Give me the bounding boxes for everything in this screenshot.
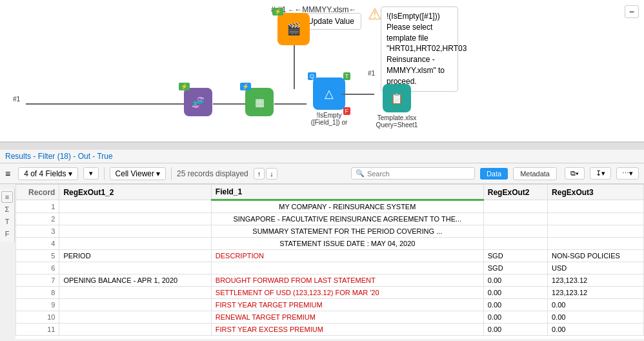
cell-regexout1-2 [59, 287, 211, 299]
search-box[interactable]: 🔍 [351, 167, 475, 180]
download-button[interactable]: ↧▾ [590, 167, 611, 180]
sort-down-button[interactable]: ▾ [83, 167, 99, 180]
cell-record: 6 [16, 262, 59, 274]
cell-regexout2: 0.00 [483, 311, 547, 324]
col-header-regexout3: RegExOut3 [548, 185, 644, 200]
cell-viewer-button[interactable]: Cell Viewer ▾ [110, 167, 166, 180]
cell-regexout2 [483, 238, 547, 250]
cell-field1: DESCRIPTION [211, 250, 483, 262]
table-row: 4STATEMENT ISSUE DATE : MAY 04, 2020 [16, 238, 644, 250]
cell-regexout1-2 [59, 324, 211, 336]
cell-regexout2: SGD [483, 262, 547, 274]
badge-f: F [343, 107, 351, 115]
table-row: 6SGDUSD [16, 262, 644, 274]
cell-regexout1-2 [59, 225, 211, 238]
col-header-field1: Field_1 [211, 185, 483, 200]
hash-label-left: #1 [13, 96, 20, 103]
sidebar-controls: ≡ [5, 169, 10, 179]
cell-regexout2 [483, 213, 547, 225]
metadata-tab-button[interactable]: Metadata [513, 167, 557, 180]
cell-regexout1-2 [59, 200, 211, 213]
cell-regexout3: USD [548, 262, 644, 274]
cell-record: 2 [16, 213, 59, 225]
workflow-node-camera[interactable]: 🎬 ⚡ [277, 13, 310, 45]
table-row: 1MY COMPANY - REINSURANCE SYSTEM [16, 200, 644, 213]
cell-regexout3 [548, 213, 644, 225]
copy-button[interactable]: ⧉▾ [565, 167, 585, 180]
sort-asc-button[interactable]: ↑ [254, 168, 265, 180]
cell-field1 [211, 262, 483, 274]
table-header-row: Record RegExOut1_2 Field_1 RegExOut2 Reg… [16, 185, 644, 200]
table-row: 7OPENING BALANCE - APR 1, 2020BROUGHT FO… [16, 274, 644, 287]
data-tab-button[interactable]: Data [480, 168, 508, 180]
cell-regexout3: NON-SGD POLICIES [548, 250, 644, 262]
cell-regexout1-2 [59, 213, 211, 225]
table-row: 11FIRST YEAR EXCESS PREMIUM0.000.00 [16, 324, 644, 336]
table-row: 5PERIODDESCRIPTIONSGDNON-SGD POLICIES [16, 250, 644, 262]
cell-field1: BROUGHT FORWARD FROM LAST STATEMENT [211, 274, 483, 287]
cell-field1: STATEMENT ISSUE DATE : MAY 04, 2020 [211, 238, 483, 250]
results-bar: Results - Filter (18) - Out - True [0, 150, 644, 163]
separator-1 [104, 167, 105, 180]
cell-record: 4 [16, 238, 59, 250]
connector-line-1 [26, 103, 194, 105]
badge-q: Q [308, 72, 316, 80]
connector-line-3 [274, 103, 307, 105]
workflow-node-2[interactable]: ▦ ⚡ [245, 88, 274, 116]
cell-regexout3: 123,123.12 [548, 287, 644, 299]
cell-regexout1-2 [59, 238, 211, 250]
sort-buttons: ↑ ↓ [254, 168, 277, 180]
warning-tooltip: !(IsEmpty([#1])) Please select template … [381, 6, 458, 92]
sidebar-menu-icon[interactable]: ≡ [1, 191, 13, 203]
cell-regexout2: 0.00 [483, 287, 547, 299]
cell-field1: RENEWAL TARGET PREMIUM [211, 311, 483, 324]
camera-icon: 🎬 [287, 22, 301, 36]
connector-line-2 [213, 103, 245, 105]
node-4-label: Template.xlsx Query=Sheet1 [374, 114, 419, 129]
data-table: Record RegExOut1_2 Field_1 RegExOut2 Reg… [15, 184, 644, 336]
cell-regexout3 [548, 200, 644, 213]
cell-field1: FIRST YEAR TARGET PREMIUM [211, 299, 483, 311]
horizontal-scrollbar[interactable] [0, 142, 644, 150]
cell-record: 7 [16, 274, 59, 287]
separator-2 [171, 167, 172, 180]
cell-record: 1 [16, 200, 59, 213]
table-row: 8SETTLEMENT OF USD (123,123.12) FOR MAR … [16, 287, 644, 299]
table-icon: ▦ [255, 96, 265, 108]
hash-label-right: #1 [368, 70, 375, 77]
minimize-button[interactable]: − [625, 5, 639, 18]
cell-regexout1-2: OPENING BALANCE - APR 1, 2020 [59, 274, 211, 287]
cell-regexout2: 0.00 [483, 324, 547, 336]
workflow-node-3[interactable]: △ Q T F !IsEmpty ([Field_1]) or [307, 78, 352, 126]
left-sidebar: ≡ Σ T F [0, 189, 15, 242]
cell-record: 8 [16, 287, 59, 299]
cell-regexout1-2 [59, 299, 211, 311]
cell-field1: FIRST YEAR EXCESS PREMIUM [211, 324, 483, 336]
dna-icon: 🧬 [192, 96, 205, 108]
cell-record: 9 [16, 299, 59, 311]
cell-regexout3: 0.00 [548, 299, 644, 311]
sidebar-f-icon[interactable]: F [1, 228, 13, 240]
workflow-node-1[interactable]: 🧬 ⚡ [184, 88, 212, 116]
fields-dropdown-button[interactable]: 4 of 4 Fields ▾ [18, 167, 77, 180]
connector-line-4 [342, 94, 374, 95]
col-header-regexout2: RegExOut2 [483, 185, 547, 200]
warning-icon: ⚠ [368, 5, 382, 23]
spreadsheet-icon: 📋 [390, 92, 403, 105]
menu-icon[interactable]: ≡ [5, 169, 10, 179]
table-row: 9FIRST YEAR TARGET PREMIUM0.000.00 [16, 299, 644, 311]
sort-desc-button[interactable]: ↓ [266, 168, 277, 180]
cell-regexout1-2 [59, 311, 211, 324]
badge-lightning-2: ⚡ [240, 83, 251, 90]
more-button[interactable]: ⋯▾ [616, 167, 639, 180]
sidebar-sigma-icon[interactable]: Σ [1, 203, 13, 215]
cell-record: 10 [16, 311, 59, 324]
search-input[interactable] [367, 170, 470, 178]
badge-camera: ⚡ [272, 8, 283, 16]
cell-regexout2: 0.00 [483, 274, 547, 287]
cell-regexout3: 123,123.12 [548, 274, 644, 287]
sidebar-t-icon[interactable]: T [1, 216, 13, 227]
formula-icon: △ [325, 87, 334, 101]
workflow-node-4[interactable]: 📋 Template.xlsx Query=Sheet1 [374, 84, 419, 129]
data-toolbar: ≡ 4 of 4 Fields ▾ ▾ Cell Viewer ▾ 25 rec… [0, 163, 644, 184]
